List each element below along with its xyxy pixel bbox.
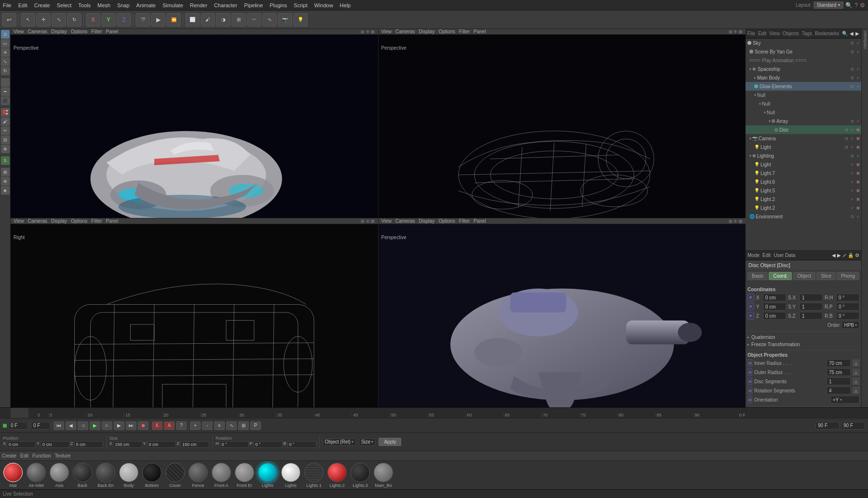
mat-axis[interactable]: Axis [48, 463, 70, 487]
vp2-filter[interactable]: Filter [459, 29, 470, 34]
pos-z-field[interactable]: 0 cm [74, 441, 103, 448]
menu-item-pipeline[interactable]: Pipeline [244, 2, 263, 8]
motion-btn[interactable]: ⊞ [238, 421, 249, 430]
boolean-tool[interactable]: ◑ [216, 13, 231, 27]
menu-item-render[interactable]: Render [190, 2, 207, 8]
tool-live-select[interactable]: ⊙ [1, 30, 10, 39]
menu-item-file[interactable]: File [3, 2, 12, 8]
mat-body[interactable]: Body [118, 463, 140, 487]
rh-field[interactable]: 0 ° [836, 294, 859, 301]
rotate-tool[interactable]: ↻ [67, 13, 81, 27]
tool-snap[interactable]: ⊞ [1, 168, 10, 176]
pz-field[interactable]: 0 cm [763, 312, 786, 320]
edit-tab[interactable]: Edit [762, 253, 771, 258]
mat-lights-cyan[interactable]: Lights [257, 463, 279, 487]
vp4-panel[interactable]: Panel [474, 218, 486, 224]
tree-null1[interactable]: ▾ Null [746, 91, 861, 99]
rp-field[interactable]: 0 ° [836, 303, 859, 310]
vp1-cameras[interactable]: Cameras [28, 29, 48, 34]
tool-s[interactable]: S [1, 156, 10, 165]
undo-button[interactable]: ↩ [2, 13, 16, 27]
vp1-panel[interactable]: Panel [106, 29, 119, 34]
play-button[interactable]: ▶ [151, 13, 165, 27]
disc-seg-stepper[interactable]: △ [853, 378, 859, 385]
mode-expand[interactable]: ⤢ [842, 253, 846, 258]
menu-item-help[interactable]: Help [340, 2, 351, 8]
x-axis[interactable]: X [86, 13, 100, 27]
tree-light7[interactable]: 💡 Light.7 ✓ ⊠ [746, 169, 861, 177]
frame-end2-field[interactable]: 90 F [841, 422, 865, 430]
vp4-display[interactable]: Display [419, 218, 435, 224]
z-axis[interactable]: Z [117, 13, 131, 27]
py-key[interactable]: P [747, 303, 754, 310]
rp-bookmarks[interactable]: Bookmarks [815, 31, 839, 36]
tool-rect-select[interactable]: ▭ [1, 39, 10, 48]
mat-lights3[interactable]: Lights.3 [349, 463, 371, 487]
goto-end-btn[interactable]: ⏭ [126, 421, 136, 430]
py-field[interactable]: 0 cm [763, 303, 786, 310]
coord-mode-select[interactable]: Object (Rel) ▾ [323, 438, 356, 446]
rp-search[interactable]: 🔍 [842, 31, 848, 36]
frame-start-field[interactable]: 0 F [8, 422, 27, 430]
keyframe-button[interactable]: 🎬 [136, 13, 150, 27]
spline-tool[interactable]: ∿ [262, 13, 277, 27]
mat-lights2[interactable]: Lights.2 [326, 463, 348, 487]
tool-brush[interactable]: 🖌 [1, 117, 10, 126]
tree-environment[interactable]: 🌐 Environment ⊡ ✓ [746, 212, 861, 221]
mat-fronta[interactable]: Front A [210, 463, 232, 487]
tree-scene[interactable]: Scene By Yan Ge ⊡ ✓ [746, 47, 861, 56]
tool-edges[interactable]: ━ [1, 87, 10, 96]
rot-p-field[interactable]: 0 ° [254, 441, 283, 448]
inner-radius-field[interactable]: 70 cm [827, 359, 851, 367]
pos-x-field[interactable]: 0 cm [7, 441, 36, 448]
mat-create[interactable]: Create [2, 453, 16, 458]
tree-array[interactable]: ▾ ⊞ Array ⊡ ✓ [746, 117, 861, 125]
mat-texture[interactable]: Texture [55, 453, 71, 458]
deform-tool[interactable]: 〰 [247, 13, 261, 27]
mode-next[interactable]: ▶ [837, 253, 841, 258]
mat-edit[interactable]: Edit [20, 453, 28, 458]
prev-keyframe-btn[interactable]: ◀ [66, 421, 76, 430]
mat-lights-white[interactable]: Lights [280, 463, 302, 487]
outer-r-key[interactable]: ⊙ [747, 368, 752, 376]
tree-null2[interactable]: ▾ Null [746, 99, 861, 108]
tree-light2b[interactable]: 💡 Light.2 ✓ ⊠ [746, 203, 861, 212]
current-frame-field[interactable]: 0 F [31, 422, 50, 430]
mat-function[interactable]: Function [32, 453, 51, 458]
key-all-btn[interactable]: K [152, 421, 163, 430]
tree-mainbody[interactable]: ▸ Main Body ⊡ ✓ [746, 73, 861, 82]
settings-icon[interactable]: ⚙ [860, 2, 865, 9]
mat-back[interactable]: Back [71, 463, 94, 487]
goto-start-btn[interactable]: ⏮ [54, 421, 64, 430]
play-forward-btn[interactable]: ▶ [90, 421, 100, 430]
tab-object[interactable]: Object [793, 272, 815, 280]
prev-frame-btn[interactable]: ◁ [78, 421, 88, 430]
vp3-options[interactable]: Options [71, 218, 87, 224]
auto-key-btn[interactable]: A [164, 421, 175, 430]
vp1-view[interactable]: View [14, 29, 24, 34]
record-btn[interactable]: ⏺ [138, 421, 149, 430]
outer-r-stepper[interactable]: △ [853, 369, 859, 376]
rot-seg-field[interactable]: 4 [827, 387, 851, 394]
vp2-view[interactable]: View [381, 29, 392, 34]
mode-lock[interactable]: 🔒 [848, 253, 854, 258]
tree-camera[interactable]: ▾ 📷 Camera ⊡ ✓ ⊠ [746, 134, 861, 143]
tool-extra2[interactable]: ◈ [1, 186, 10, 195]
vp1-options[interactable]: Options [71, 29, 87, 34]
mat-fronte[interactable]: Front Er [233, 463, 256, 487]
tree-spaceship[interactable]: ▾ ⊕ Spaceship ⊡ ✓ [746, 65, 861, 73]
viewport-4[interactable]: View Cameras Display Options Filter Pane… [379, 218, 746, 407]
menu-item-select[interactable]: Select [57, 2, 72, 8]
vp3-panel[interactable]: Panel [106, 218, 119, 224]
paint-tool[interactable]: 🖌 [201, 13, 215, 27]
key-sel-btn[interactable]: ≡ [214, 421, 225, 430]
vp2-panel[interactable]: Panel [474, 29, 486, 34]
mat-airinlet[interactable]: Air-Inlet [25, 463, 47, 487]
tool-points[interactable]: · [1, 78, 10, 87]
rot-b-field[interactable]: 0 ° [287, 441, 316, 448]
light-tool[interactable]: 💡 [293, 13, 308, 27]
orient-select[interactable]: +Y ▾ [830, 396, 859, 404]
menu-item-animate[interactable]: Animate [136, 2, 156, 8]
vp3-cameras[interactable]: Cameras [28, 218, 48, 224]
param-btn[interactable]: P [250, 421, 261, 430]
